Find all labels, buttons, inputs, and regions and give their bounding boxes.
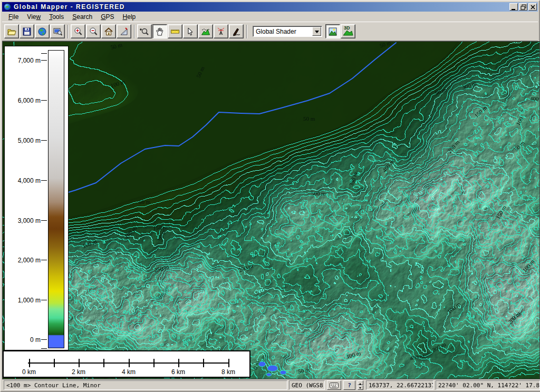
- status-bar: <100 m> Contour Line, Minor GEO (WGS8 ? …: [2, 379, 540, 391]
- legend-tick: 2,000 m: [5, 257, 68, 263]
- scale-bar-tick: [178, 359, 179, 367]
- legend-tick: 6,000 m: [5, 97, 68, 103]
- status-projection: GEO (WGS8: [289, 380, 325, 390]
- measure-tool-button[interactable]: [168, 24, 182, 38]
- status-position-dms: 22?40' 02.00" N, 114?22' 17.89" E: [436, 380, 540, 390]
- scale-bar-label: 2 km: [72, 368, 85, 376]
- scale-bar-tick: [54, 359, 55, 367]
- set-scale-button[interactable]: [117, 24, 131, 38]
- status-coordinates: 163737, 22.66722137 ): [366, 380, 433, 390]
- view-3d-button[interactable]: 3D: [341, 24, 355, 38]
- help-button[interactable]: ?: [343, 380, 355, 390]
- spinner-up-icon[interactable]: [358, 380, 363, 385]
- menu-item[interactable]: Tools: [45, 12, 68, 22]
- view-shed-button[interactable]: [214, 24, 228, 38]
- contour-label: 50 m: [303, 115, 315, 122]
- legend-tick: 7,000 m: [5, 57, 68, 63]
- scale-bar-line: [28, 362, 228, 364]
- keyboard-button[interactable]: [327, 380, 341, 390]
- toolbar-separator: [68, 25, 69, 38]
- chevron-down-icon[interactable]: [312, 27, 321, 36]
- legend-tick: 4,000 m: [5, 177, 68, 183]
- view-3d-label: 3D: [344, 25, 350, 31]
- shader-select[interactable]: Global Shader: [253, 26, 322, 37]
- title-bar: Global Mapper - REGISTERED: [2, 2, 538, 12]
- contour-label: 400: [530, 95, 539, 102]
- save-button[interactable]: [20, 24, 34, 38]
- scale-bar-tick: [103, 359, 104, 367]
- open-file-button[interactable]: [4, 24, 19, 38]
- scale-bar: 0 km2 km4 km6 km8 km: [3, 350, 250, 378]
- digitizer-tool-button[interactable]: [229, 24, 244, 38]
- app-globe-icon: [4, 3, 11, 11]
- scale-bar-label: 6 km: [171, 368, 185, 376]
- close-button[interactable]: [528, 3, 537, 11]
- scale-bar-tick: [29, 359, 30, 367]
- scale-bar-label: 8 km: [221, 368, 235, 376]
- legend-tick: 5,000 m: [5, 137, 68, 143]
- legend-tick: 0 m: [5, 336, 68, 342]
- contour-label: 50 m: [139, 199, 150, 205]
- scale-bar-label: 0 km: [22, 368, 36, 376]
- legend-tick: [5, 50, 68, 56]
- download-imagery-globe-button[interactable]: [35, 24, 50, 38]
- menu-item[interactable]: View: [23, 12, 45, 22]
- legend-tick: 3,000 m: [5, 217, 68, 223]
- window-title: Global Mapper - REGISTERED: [14, 3, 125, 11]
- scale-bar-tick: [129, 359, 130, 367]
- menu-item[interactable]: Search: [68, 12, 97, 22]
- zoom-tool-button[interactable]: [137, 24, 152, 38]
- shader-select-value: Global Shader: [253, 28, 296, 35]
- show-images-button[interactable]: [325, 24, 340, 38]
- zoom-out-button[interactable]: [86, 24, 101, 38]
- path-profile-button[interactable]: [198, 24, 213, 38]
- global-mapper-window: Global Mapper - REGISTERED FileViewTools…: [0, 0, 540, 392]
- spinner-down-icon[interactable]: [358, 385, 363, 390]
- status-feature-info: <100 m> Contour Line, Minor: [4, 380, 287, 390]
- toolbar-separator: [134, 25, 135, 38]
- menu-item[interactable]: GPS: [97, 12, 118, 22]
- toolbar-separator: [246, 25, 247, 38]
- elevation-legend: 7,000 m6,000 m5,000 m4,000 m3,000 m2,000…: [4, 46, 69, 350]
- zoom-in-button[interactable]: [71, 24, 85, 38]
- map-canvas[interactable]: [3, 42, 539, 379]
- scale-bar-tick: [153, 359, 155, 367]
- minimize-button[interactable]: [509, 3, 518, 11]
- zoom-spinner[interactable]: [358, 380, 363, 390]
- scale-bar-tick: [203, 359, 204, 367]
- restore-button[interactable]: [519, 3, 527, 11]
- legend-tick: 1,000 m: [5, 297, 68, 303]
- full-view-home-button[interactable]: [101, 24, 116, 38]
- contour-label: 500 m: [311, 190, 326, 197]
- map-view: 50 m100 m50 m50 m50 m500 m350 m400 m50 m…: [2, 41, 540, 379]
- menu-item[interactable]: Help: [119, 12, 140, 22]
- pan-tool-button[interactable]: [152, 24, 167, 38]
- elevation-gradient-bar: [48, 50, 64, 348]
- menu-bar: FileViewToolsSearchGPSHelp: [2, 12, 538, 22]
- configure-view-button[interactable]: [50, 24, 65, 38]
- menu-item[interactable]: File: [4, 12, 23, 22]
- pointer-tool-button[interactable]: [183, 24, 198, 38]
- scale-bar-tick: [228, 359, 229, 367]
- toolbar: Global Shader 3D: [2, 22, 538, 41]
- scale-bar-tick: [79, 359, 80, 367]
- scale-bar-label: 4 km: [122, 368, 136, 376]
